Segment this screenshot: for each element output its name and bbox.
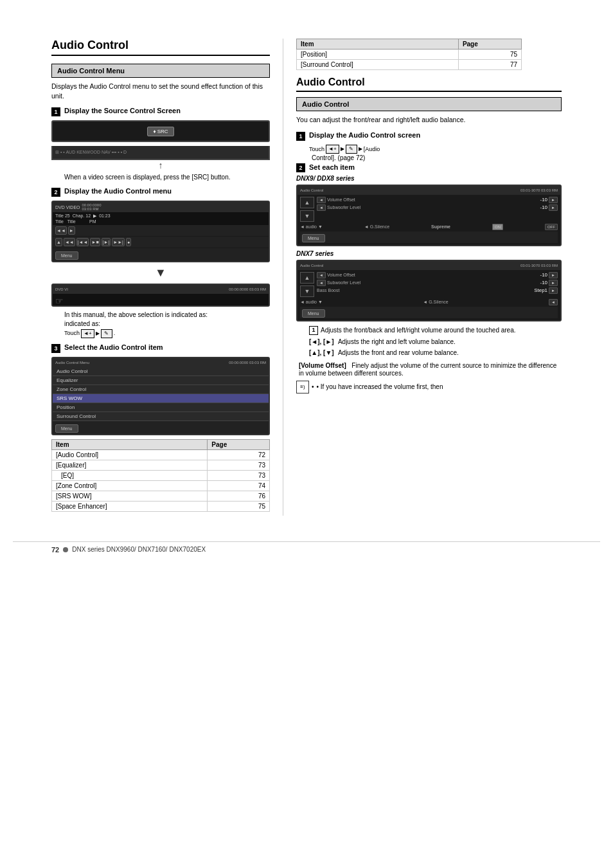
sub-right-btn[interactable]: ► <box>549 204 558 211</box>
menu-items-list: Audio Control Equalizer Zone Control SRS… <box>53 367 269 421</box>
dvd-screen-topbar: DVD VIDEO 00:00:000003:03 RM <box>53 202 269 212</box>
menu-btn[interactable]: Menu <box>55 424 78 433</box>
menu-btn-dnx9[interactable]: Menu <box>302 234 325 242</box>
table-row: [Zone Control] 74 <box>52 480 270 491</box>
down-arrow[interactable]: ▼ <box>300 210 314 222</box>
dnx7-sub-row: ◄ Subwoofer Level -10 ► <box>317 280 558 286</box>
dnx7-vol-left[interactable]: ◄ <box>317 272 326 278</box>
dnx7-sub-left[interactable]: ◄ <box>317 280 326 286</box>
sub-level-row: ◄ Subwoofer Level -10 ► <box>317 204 558 211</box>
item-srs: [SRS WOW] <box>52 491 208 501</box>
dvd-menu-row: Menu <box>53 248 269 261</box>
dnx7-silence-tab[interactable]: ◄ G.Silence <box>423 300 448 304</box>
dnx7-back-btn[interactable]: ◄ <box>549 299 558 305</box>
play-btn[interactable]: ► <box>68 226 75 235</box>
page-surround: 77 <box>458 60 521 70</box>
sub-level-value: -10 <box>531 204 547 210</box>
menu-item-zone-control[interactable]: Zone Control <box>53 385 269 394</box>
vol-offset-key: [Volume Offset] <box>299 362 346 369</box>
prev-btn[interactable]: ◄◄ <box>55 226 67 235</box>
right-step1-header: 1 Display the Audio Control screen <box>296 131 562 141</box>
arrow-down: ▼ <box>51 266 270 280</box>
menu-btn-dnx7[interactable]: Menu <box>302 309 325 318</box>
touch-r-btn1[interactable]: ◄+ <box>326 145 339 154</box>
audio-control-cont: Control]. (page 72) <box>312 154 365 161</box>
dnx7-vol-right[interactable]: ► <box>549 272 558 278</box>
dnx9-right-controls: ◄ Volume Offset -10 ► ◄ Subwoofer Level … <box>317 197 558 211</box>
dvd-vi-time: 00:00:0000 03:03 RM <box>229 287 266 291</box>
dnx9-menu-row: Menu <box>300 231 558 243</box>
on-button[interactable]: ON <box>492 224 503 230</box>
dnx9-body: ▲ ▼ ◄ Volume Offset -10 ► ◄ Subwoofer Le… <box>298 195 560 245</box>
item-audio-control: [Audio Control] <box>52 449 208 460</box>
menu-item-equalizer[interactable]: Equalizer <box>53 376 269 385</box>
dnx7-down-arrow[interactable]: ▼ <box>300 285 314 297</box>
btn4[interactable]: ►■ <box>90 238 100 246</box>
dnx7-left-arrows: ▲ ▼ <box>300 272 314 297</box>
step1-body-text: When a video screen is displayed, press … <box>64 173 270 182</box>
table-row: [Audio Control] 72 <box>52 449 270 460</box>
dnx9-audio-tab[interactable]: ◄ audio ▼ <box>300 224 323 229</box>
vol-right-btn[interactable]: ► <box>549 197 558 203</box>
arrow1: ▶ <box>96 330 100 337</box>
descriptions-list: 1 Adjusts the front/back and left/right … <box>309 325 562 357</box>
right-section-box: Audio Control <box>296 97 562 111</box>
dnx7-section: ▲ ▼ ◄ Volume Offset -10 ► ◄ Subwoofer Le… <box>300 272 558 297</box>
sub-left-btn[interactable]: ◄ <box>317 204 326 211</box>
touch-btn1[interactable]: ◄+ <box>81 329 94 338</box>
page-number: 72 <box>51 546 59 554</box>
menu-bottom-bar: Menu <box>53 421 269 434</box>
dnx7-sub-right[interactable]: ► <box>549 280 558 286</box>
note-text: • • If you have increased the volume fir… <box>312 383 443 392</box>
dnx7-bass-row: Bass Boost Step1 ► <box>317 287 558 294</box>
chap-label: Chap. 12 <box>73 213 91 219</box>
step2-header: 2 Display the Audio Control menu <box>51 187 270 197</box>
page-equalizer: 73 <box>208 460 270 470</box>
right-step1-label: Display the Audio Control screen <box>309 131 420 139</box>
dnx7-audio-tab[interactable]: ◄ audio ▼ <box>300 300 323 304</box>
right-item-header: Item <box>297 39 459 50</box>
dnx7-bass-right[interactable]: ► <box>549 287 558 294</box>
ud-val: Adjusts the front and rear volume balanc… <box>337 348 459 357</box>
audio-control-menu-header: Audio Control Menu <box>51 64 270 78</box>
src-screen-mockup: ♦ SRC <box>51 120 270 142</box>
dnx7-right-controls: ◄ Volume Offset -10 ► ◄ Subwoofer Level … <box>317 272 558 294</box>
touch-r-btn2[interactable]: ✎ <box>346 145 357 154</box>
dnx7-bass-label: Bass Boost <box>317 288 530 293</box>
menu-item-position[interactable]: Position <box>53 403 269 412</box>
menu-screen-topbar: Audio Control Menu 00:00:0000 03:03 RM <box>53 358 269 367</box>
dvd-control-row1: ◄◄ ► <box>53 225 269 236</box>
item-zone: [Zone Control] <box>52 480 208 491</box>
btn2[interactable]: ◄◄ <box>64 238 75 246</box>
menu-item-audio-control[interactable]: Audio Control <box>53 367 269 376</box>
vol-left-btn[interactable]: ◄ <box>317 197 326 203</box>
btn7[interactable]: ● <box>126 238 131 246</box>
dnx9-silence-tab[interactable]: ◄ G.Silence <box>364 224 389 229</box>
touch-btn2[interactable]: ✎ <box>101 329 112 338</box>
item-space: [Space Enhancer] <box>52 501 208 511</box>
page-zone: 74 <box>208 480 270 491</box>
menu-button[interactable]: Menu <box>55 251 78 260</box>
menu-item-surround[interactable]: Surround Control <box>53 412 269 421</box>
desc-text-1: Adjusts the front/back and left/right vo… <box>321 325 516 335</box>
dnx7-audio-screen: Audio Control 03:01-3070 03:03 RM ▲ ▼ ◄ … <box>296 260 562 321</box>
up-arrow[interactable]: ▲ <box>300 197 314 208</box>
dvd-control-row2: ▲ ◄◄ |◄◄ ►■ |►| ►►| ● <box>53 237 269 248</box>
off-button[interactable]: OFF <box>545 224 558 230</box>
btn5[interactable]: |►| <box>102 238 111 246</box>
dnx7-series-label: DNX7 series <box>296 250 562 257</box>
supreme-label: Supreme <box>431 224 450 229</box>
item-equalizer: [Equalizer] <box>52 460 208 470</box>
page-space: 75 <box>208 501 270 511</box>
dnx7-body: ▲ ▼ ◄ Volume Offset -10 ► ◄ Subwoofer Le… <box>298 270 560 320</box>
dnx7-up-arrow[interactable]: ▲ <box>300 272 314 284</box>
step3-label: Select the Audio Control item <box>64 343 163 351</box>
btn1[interactable]: ▲ <box>55 238 62 246</box>
btn6[interactable]: ►►| <box>112 238 125 246</box>
time-display: 01:23 <box>99 213 111 219</box>
menu-item-srs-wow[interactable]: SRS WOW <box>53 394 269 403</box>
right-section-desc: You can adjust the front/rear and right/… <box>296 115 562 125</box>
table-row: [Surround Control] 77 <box>297 60 522 70</box>
btn3[interactable]: |◄◄ <box>76 238 89 246</box>
dnx9-bottom-row: ◄ audio ▼ ◄ G.Silence Supreme ON OFF <box>300 224 558 230</box>
